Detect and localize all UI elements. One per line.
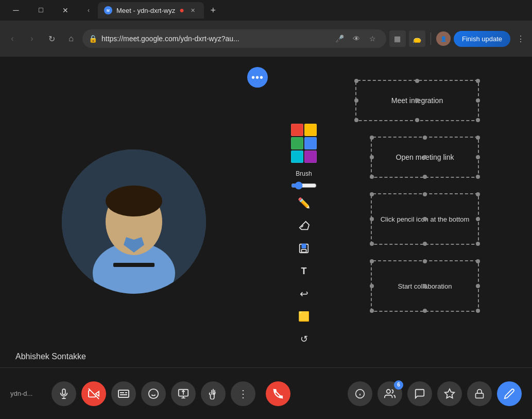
nav-forward-btn[interactable]: › bbox=[24, 30, 40, 47]
bookmark-btn[interactable]: ☆ bbox=[366, 31, 380, 46]
dot-tl bbox=[370, 192, 374, 196]
video-btn[interactable] bbox=[81, 381, 106, 406]
svg-rect-14 bbox=[118, 390, 129, 397]
user-name: Abhishek Sontakke bbox=[15, 352, 86, 361]
meet-area: ••• Brush ✏️ bbox=[0, 57, 532, 419]
shape-tool-btn[interactable]: 🟨 bbox=[295, 307, 313, 326]
window-minimize-btn[interactable]: ─ bbox=[4, 0, 28, 21]
undo-tool-btn[interactable]: ↩ bbox=[295, 284, 313, 303]
dot-tr bbox=[476, 192, 480, 196]
emoji-btn[interactable] bbox=[141, 381, 166, 406]
dot-tl bbox=[354, 79, 358, 83]
annotation-click-pencil[interactable]: Click pencil icon at the bottom bbox=[371, 193, 479, 245]
active-tab[interactable]: M Meet - ydn-dxrt-wyz ● ✕ bbox=[98, 2, 204, 19]
browser-chrome: ─ ☐ ✕ ‹ M Meet - ydn-dxrt-wyz ● ✕ + ‹ › … bbox=[0, 0, 532, 57]
mic-btn[interactable] bbox=[52, 381, 76, 406]
dot-mr bbox=[476, 155, 480, 159]
svg-text:M: M bbox=[107, 9, 110, 12]
color-palette bbox=[291, 124, 317, 163]
color-purple[interactable] bbox=[304, 150, 317, 163]
people-btn[interactable]: 6 bbox=[377, 381, 402, 406]
dot-tl bbox=[370, 136, 374, 140]
window-close-btn[interactable]: ✕ bbox=[54, 0, 77, 21]
dot-mr bbox=[476, 217, 480, 221]
person-silhouette bbox=[62, 149, 206, 294]
annotation-open-meeting-link-text: Open meeting link bbox=[396, 153, 454, 161]
color-yellow[interactable] bbox=[304, 124, 317, 136]
activities-icon bbox=[444, 388, 455, 399]
extension-icon-1[interactable]: ▦ bbox=[389, 30, 406, 47]
nav-back-btn[interactable]: ‹ bbox=[4, 30, 21, 47]
dot-bl bbox=[370, 242, 374, 246]
dot-tr bbox=[476, 79, 480, 83]
annotation-click-pencil-text: Click pencil icon at the bottom bbox=[381, 215, 470, 223]
color-red[interactable] bbox=[291, 124, 303, 136]
lock-btn[interactable] bbox=[467, 381, 492, 406]
dot-bm bbox=[423, 242, 427, 246]
annotation-start-collaboration-text: Start collaboration bbox=[398, 282, 452, 290]
dot-br bbox=[476, 118, 480, 122]
profile-avatar[interactable]: 👤 bbox=[436, 31, 451, 46]
tab-back-btn[interactable]: ‹ bbox=[81, 3, 96, 18]
brush-size-slider[interactable] bbox=[291, 181, 317, 190]
eye-btn[interactable]: 👁 bbox=[349, 31, 364, 46]
dot-tr bbox=[476, 136, 480, 140]
text-tool-btn[interactable]: T bbox=[295, 262, 313, 280]
lock-icon bbox=[474, 388, 485, 399]
info-icon bbox=[355, 389, 365, 399]
info-btn[interactable] bbox=[348, 381, 372, 406]
captions-btn[interactable] bbox=[111, 381, 136, 406]
finish-update-btn[interactable]: Finish update bbox=[454, 31, 510, 47]
svg-point-8 bbox=[106, 186, 162, 216]
nav-home-btn[interactable]: ⌂ bbox=[63, 30, 79, 47]
present-icon bbox=[178, 388, 189, 399]
url-text: https://meet.google.com/ydn-dxrt-wyz?au.… bbox=[101, 35, 329, 43]
dot-br bbox=[476, 175, 480, 179]
activities-btn[interactable] bbox=[437, 381, 462, 406]
dot-bm bbox=[415, 118, 419, 122]
svg-point-18 bbox=[149, 389, 158, 398]
svg-rect-4 bbox=[301, 249, 306, 253]
color-green[interactable] bbox=[291, 137, 303, 149]
save-tool-btn[interactable] bbox=[295, 239, 313, 258]
captions-icon bbox=[118, 390, 129, 398]
annotation-start-collaboration[interactable]: Start collaboration bbox=[371, 260, 479, 312]
annotation-open-meeting-link[interactable]: Open meeting link bbox=[371, 137, 479, 178]
dot-bl bbox=[370, 309, 374, 313]
present-btn[interactable] bbox=[171, 381, 196, 406]
tab-close-btn[interactable]: ✕ bbox=[188, 6, 198, 15]
dot-tm bbox=[423, 259, 427, 263]
end-call-btn[interactable] bbox=[266, 381, 290, 406]
more-options-btn[interactable]: ⋮ bbox=[231, 381, 255, 406]
new-tab-btn[interactable]: + bbox=[206, 3, 220, 18]
three-dot-menu-btn[interactable]: ••• bbox=[247, 67, 268, 88]
pencil-tool-btn[interactable]: ✏️ bbox=[295, 194, 313, 212]
extension-icon-2[interactable]: 👝 bbox=[409, 30, 425, 47]
nav-reload-btn[interactable]: ↻ bbox=[43, 30, 60, 47]
recording-indicator: ● bbox=[179, 6, 184, 15]
reset-tool-btn[interactable]: ↺ bbox=[295, 330, 313, 348]
browser-more-btn[interactable]: ⋮ bbox=[513, 31, 528, 46]
chat-btn[interactable] bbox=[407, 381, 432, 406]
svg-rect-9 bbox=[113, 263, 155, 267]
tab-favicon: M bbox=[104, 6, 112, 14]
video-off-icon bbox=[88, 388, 99, 399]
dot-tl bbox=[370, 259, 374, 263]
raise-hand-btn[interactable] bbox=[201, 381, 226, 406]
dot-ml bbox=[370, 155, 374, 159]
dot-tm bbox=[423, 136, 427, 140]
address-bar-row: ‹ › ↻ ⌂ 🔒 https://meet.google.com/ydn-dx… bbox=[0, 21, 532, 57]
pencil-btn[interactable] bbox=[497, 381, 522, 406]
microphone-permission-btn[interactable]: 🎤 bbox=[333, 31, 347, 46]
eraser-tool-btn[interactable] bbox=[295, 216, 313, 235]
window-maximize-btn[interactable]: ☐ bbox=[29, 0, 53, 21]
dot-br bbox=[476, 309, 480, 313]
people-badge: 6 bbox=[394, 380, 403, 390]
drawing-toolbar: Brush ✏️ T ↩ 🟨 ↺ bbox=[291, 124, 317, 348]
color-cyan[interactable] bbox=[291, 150, 303, 163]
color-blue[interactable] bbox=[304, 137, 317, 149]
dot-mr bbox=[476, 98, 480, 103]
annotation-meet-integration[interactable]: Meet integration bbox=[355, 80, 479, 121]
svg-point-29 bbox=[387, 389, 390, 393]
address-bar[interactable]: 🔒 https://meet.google.com/ydn-dxrt-wyz?a… bbox=[82, 29, 386, 48]
